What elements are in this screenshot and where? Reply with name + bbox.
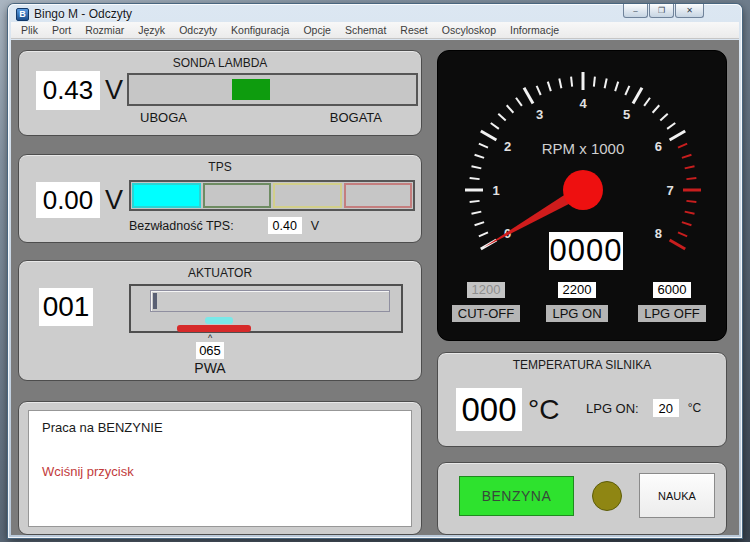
minimize-button[interactable]: – [623,4,648,18]
threshold-label: LPG ON [546,305,607,322]
tps-value-display: 0.00 [36,182,100,218]
fuel-control-panel: BENZYNA NAUKA [437,462,727,535]
lambda-unit: V [105,71,123,110]
svg-text:3: 3 [536,107,543,122]
tps-segment-4 [344,183,413,208]
menu-item-j-zyk[interactable]: Język [131,23,172,37]
nauka-button[interactable]: NAUKA [639,473,715,518]
engine-temperature-panel: TEMPERATURA SILNIKA 000 °C LPG ON: 20 °C [437,352,727,447]
menu-item-konfiguracja[interactable]: Konfiguracja [224,23,296,37]
lpg-on-temp-input[interactable]: 20 [653,399,679,417]
menu-item-oscyloskop[interactable]: Oscyloskop [435,23,503,37]
menu-item-odczyty[interactable]: Odczyty [172,23,224,37]
svg-text:6: 6 [655,139,662,154]
lpg-on-temp-unit: °C [688,401,701,415]
tps-inertia-unit: V [311,219,319,233]
tps-segment-3 [273,183,342,208]
actuator-cyan-bar [205,317,233,324]
lambda-panel: SONDA LAMBDA 0.43 V UBOGA BOGATA [18,50,422,136]
threshold-label: LPG OFF [638,305,706,322]
menu-item-reset[interactable]: Reset [393,23,434,37]
actuator-pwa-value: 065 [196,342,224,359]
svg-text:5: 5 [623,107,630,122]
rpm-digital-readout: 0000 [549,232,623,270]
lpg-on-temp-row: LPG ON: 20 °C [586,399,701,417]
status-message-box: Praca na BENZYNIE Wciśnij przycisk [28,410,412,527]
temperature-title: TEMPERATURA SILNIKA [438,353,726,372]
fuel-status-lamp [592,481,622,511]
maximize-button[interactable]: ❐ [649,4,674,18]
actuator-value-display: 001 [39,288,93,326]
fuel-mode-button[interactable]: BENZYNA [459,476,574,516]
desktop: B Bingo M - Odczyty – ❐ ✕ PlikPortRozmia… [0,0,750,542]
lambda-rich-label: BOGATA [330,110,382,125]
actuator-red-bar [177,325,251,332]
window-controls: – ❐ ✕ [622,4,704,18]
menu-item-opcje[interactable]: Opcje [296,23,337,37]
lambda-bar [127,73,418,106]
menu-item-schemat[interactable]: Schemat [338,23,393,37]
threshold-value-input[interactable]: 2200 [558,282,597,298]
threshold-value-input[interactable]: 6000 [653,282,692,298]
app-icon: B [16,8,29,21]
app-window: B Bingo M - Odczyty – ❐ ✕ PlikPortRozmia… [8,4,742,538]
tps-segment-2 [203,183,272,208]
svg-text:7: 7 [666,183,673,198]
lpg-on-temp-label: LPG ON: [586,401,639,416]
tps-unit: V [105,182,123,218]
status-message-panel: Praca na BENZYNIE Wciśnij przycisk [18,401,422,535]
lambda-title: SONDA LAMBDA [19,51,421,70]
tps-inertia-label: Bezwładność TPS: [129,219,234,233]
threshold-label: CUT-OFF [452,305,520,322]
temperature-unit: °C [528,388,559,431]
rpm-gauge-panel: 012345678RPM x 1000 0000 1200CUT-OFF2200… [437,50,727,341]
status-line-fuel-mode: Praca na BENZYNIE [42,420,398,435]
status-line-prompt: Wciśnij przycisk [42,464,398,479]
title-bar[interactable]: B Bingo M - Odczyty – ❐ ✕ [8,4,742,22]
svg-text:8: 8 [655,226,662,241]
lambda-lean-label: UBOGA [140,110,187,125]
lambda-scale-labels: UBOGA BOGATA [127,110,418,125]
lambda-bar-indicator [232,79,269,100]
close-button[interactable]: ✕ [675,4,704,18]
actuator-panel: AKTUATOR 001 ^ 065 PWA [18,260,422,381]
actuator-slider-cursor [153,293,157,309]
menu-item-rozmiar[interactable]: Rozmiar [78,23,131,37]
tps-title: TPS [19,155,421,174]
menu-bar: PlikPortRozmiarJęzykOdczytyKonfiguracjaO… [11,22,739,39]
menu-item-port[interactable]: Port [45,23,78,37]
rpm-threshold-lpg-on: 2200LPG ON [536,282,618,322]
svg-text:1: 1 [492,183,499,198]
svg-text:RPM x 1000: RPM x 1000 [542,140,625,157]
tps-panel: TPS 0.00 V Bezwładność TPS: 0.40 V [18,154,422,243]
tps-bar [129,180,415,211]
threshold-value-input[interactable]: 1200 [467,282,506,298]
lambda-value-display: 0.43 [36,71,100,110]
actuator-title: AKTUATOR [19,261,421,280]
actuator-pwa-label: PWA [194,360,225,376]
actuator-indicator-box [129,284,403,333]
tps-inertia-input[interactable]: 0.40 [268,217,302,234]
client-area: SONDA LAMBDA 0.43 V UBOGA BOGATA TPS 0.0… [11,40,739,535]
rpm-threshold-cut-off: 1200CUT-OFF [446,282,526,322]
window-title: Bingo M - Odczyty [34,7,132,21]
actuator-slider-track [150,290,390,312]
menu-item-plik[interactable]: Plik [14,23,45,37]
rpm-threshold-lpg-off: 6000LPG OFF [631,282,713,322]
tps-segment-1 [132,183,201,208]
svg-text:4: 4 [579,96,587,111]
tps-inertia-row: Bezwładność TPS: 0.40 V [129,217,319,234]
svg-text:2: 2 [504,139,511,154]
menu-item-informacje[interactable]: Informacje [503,23,566,37]
temperature-value-display: 000 [456,388,522,431]
